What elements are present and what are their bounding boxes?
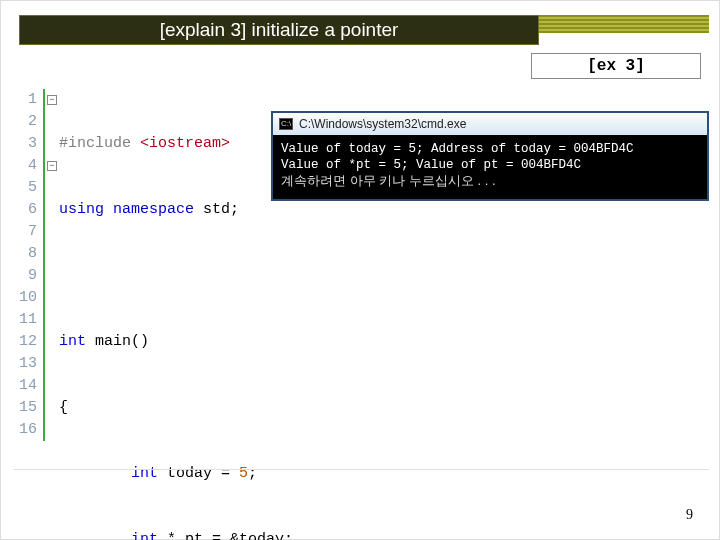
- console-title: C:\Windows\system32\cmd.exe: [299, 117, 466, 131]
- code-token: <iostream>: [140, 135, 230, 152]
- code-token: * pt = &today;: [167, 531, 293, 540]
- example-label: [ex 3]: [531, 53, 701, 79]
- fold-column: − −: [45, 89, 59, 441]
- line-number: 11: [15, 309, 37, 331]
- code-token: today =: [167, 465, 239, 482]
- code-token: #include: [59, 135, 140, 152]
- line-number: 12: [15, 331, 37, 353]
- line-number: 9: [15, 265, 37, 287]
- code-token: using namespace: [59, 201, 203, 218]
- fold-toggle-icon[interactable]: −: [47, 95, 57, 105]
- title-text: [explain 3] initialize a pointer: [160, 19, 399, 41]
- footer-divider: [13, 469, 709, 470]
- line-number: 2: [15, 111, 37, 133]
- console-line: Value of *pt = 5; Value of pt = 004BFD4C: [281, 157, 699, 173]
- line-number: 13: [15, 353, 37, 375]
- line-number: 14: [15, 375, 37, 397]
- code-token: std;: [203, 201, 239, 218]
- line-number-gutter: 1 2 3 4 5 6 7 8 9 10 11 12 13 14 15 16: [15, 89, 45, 441]
- code-token: ;: [248, 465, 257, 482]
- console-output: Value of today = 5; Address of today = 0…: [273, 135, 707, 199]
- code-token: main(): [95, 333, 149, 350]
- line-number: 4: [15, 155, 37, 177]
- code-token: int: [59, 531, 167, 540]
- code-token: int: [59, 465, 167, 482]
- slide: [explain 3] initialize a pointer [ex 3] …: [0, 0, 720, 540]
- cmd-icon: C:\: [279, 118, 293, 130]
- line-number: 8: [15, 243, 37, 265]
- code-token: 5: [239, 465, 248, 482]
- line-number: 7: [15, 221, 37, 243]
- console-line: 계속하려면 아무 키나 누르십시오 . . .: [281, 173, 699, 189]
- line-number: 1: [15, 89, 37, 111]
- line-number: 3: [15, 133, 37, 155]
- title-bar: [explain 3] initialize a pointer: [19, 15, 539, 45]
- fold-toggle-icon[interactable]: −: [47, 161, 57, 171]
- code-token: int: [59, 333, 95, 350]
- header-stripe: [537, 15, 709, 33]
- line-number: 6: [15, 199, 37, 221]
- console-line: Value of today = 5; Address of today = 0…: [281, 141, 699, 157]
- line-number: 5: [15, 177, 37, 199]
- page-number: 9: [686, 507, 693, 523]
- line-number: 10: [15, 287, 37, 309]
- console-titlebar[interactable]: C:\ C:\Windows\system32\cmd.exe: [273, 113, 707, 135]
- code-token: {: [59, 399, 68, 416]
- line-number: 15: [15, 397, 37, 419]
- console-window: C:\ C:\Windows\system32\cmd.exe Value of…: [271, 111, 709, 201]
- line-number: 16: [15, 419, 37, 441]
